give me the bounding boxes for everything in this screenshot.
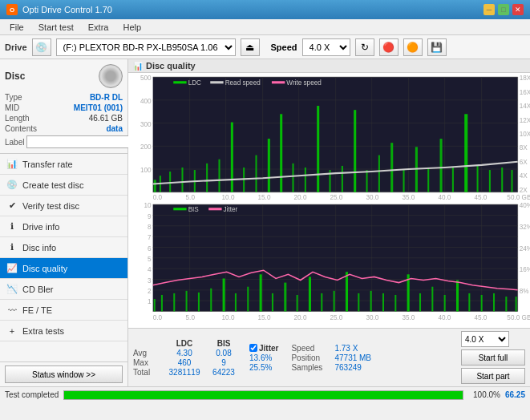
chart-header: 📊 Disc quality [128,59,530,73]
svg-rect-104 [210,289,212,312]
svg-rect-45 [501,168,503,192]
jitter-checkbox[interactable] [249,344,257,352]
status-window-button[interactable]: Status window >> [5,365,123,383]
speed-select[interactable]: 4.0 X [302,38,350,56]
svg-rect-32 [342,166,343,192]
disc-length-field: Length 46.61 GB [5,114,123,123]
settings-button1[interactable]: 🔴 [379,38,399,56]
nav-cd-bler[interactable]: 📉 CD Bler [0,279,127,300]
svg-rect-109 [272,293,273,312]
nav-transfer-rate[interactable]: 📊 Transfer rate [0,154,127,175]
svg-rect-105 [223,278,225,311]
svg-text:4: 4 [148,266,152,273]
svg-text:30.0: 30.0 [366,314,379,321]
nav-disc-info[interactable]: ℹ Disc info [0,237,127,258]
svg-rect-28 [292,164,293,192]
svg-text:10X: 10X [520,131,530,138]
nav-fe-te[interactable]: 〰 FE / TE [0,300,127,321]
disc-mid-field: MID MEIT01 (001) [5,103,123,112]
menu-file[interactable]: File [3,21,30,34]
svg-rect-100 [161,295,163,312]
svg-rect-39 [427,168,429,192]
app-icon: O [6,4,18,15]
svg-rect-112 [309,277,311,311]
refresh-button[interactable]: ↻ [355,38,374,56]
svg-text:40.0: 40.0 [438,194,451,201]
samples-value: 763249 [334,363,361,372]
svg-text:Jitter: Jitter [224,206,238,213]
action-buttons-area: 4.0 X Start full Start part [461,331,525,384]
close-button[interactable]: ✕ [512,4,524,15]
save-button[interactable]: 💾 [427,38,447,56]
nav-verify-test-disc[interactable]: ✔ Verify test disc [0,196,127,216]
svg-rect-34 [366,170,368,192]
window-controls: ─ □ ✕ [483,4,524,15]
svg-text:2: 2 [148,288,152,295]
nav-disc-quality[interactable]: 📈 Disc quality [0,258,127,279]
svg-rect-43 [477,166,479,192]
title-bar: O Opti Drive Control 1.70 ─ □ ✕ [0,0,530,19]
total-ldc: 3281119 [164,368,204,377]
svg-text:Read speed: Read speed [225,79,261,87]
disc-label-row: Label ✎ [5,135,123,148]
drive-select[interactable]: (F:) PLEXTOR BD-R PX-LB950SA 1.06 [56,38,236,56]
svg-rect-114 [334,291,335,312]
svg-text:40%: 40% [520,202,530,209]
menu-extra[interactable]: Extra [82,21,115,34]
svg-text:5.0: 5.0 [186,194,196,201]
settings-button2[interactable]: 🟠 [403,38,423,56]
svg-rect-40 [440,139,443,192]
drive-icon-button[interactable]: 💿 [32,38,51,56]
svg-rect-103 [198,293,200,312]
svg-text:8X: 8X [520,144,528,151]
progress-bar-fill [64,391,463,399]
minimize-button[interactable]: ─ [483,4,495,15]
svg-text:45.0: 45.0 [474,314,487,321]
eject-button[interactable]: ⏏ [241,38,260,56]
svg-text:25.0: 25.0 [330,314,343,321]
drive-label: Drive [5,42,27,52]
svg-rect-29 [305,168,306,192]
svg-text:5: 5 [148,256,152,263]
avg-ldc: 4.30 [164,349,204,357]
speed-select-stats[interactable]: 4.0 X [461,331,509,347]
svg-rect-36 [390,143,393,192]
extra-tests-icon: + [6,325,18,337]
svg-text:45.0: 45.0 [474,194,487,201]
svg-rect-158 [208,208,221,210]
start-full-button[interactable]: Start full [461,349,525,365]
charts-svg: 500 400 300 200 100 18X 16X 14X 12X 10X … [128,73,530,328]
svg-text:100: 100 [140,167,152,174]
menu-help[interactable]: Help [116,21,148,34]
svg-rect-113 [321,293,322,312]
svg-rect-33 [354,110,356,192]
svg-text:Write speed: Write speed [286,79,322,87]
disc-label-input[interactable] [26,135,133,148]
nav-create-test-disc[interactable]: 💿 Create test disc [0,175,127,196]
svg-text:30.0: 30.0 [366,194,379,201]
maximize-button[interactable]: □ [498,4,509,15]
start-part-button[interactable]: Start part [461,368,525,384]
svg-rect-106 [235,293,237,312]
avg-row: Avg 4.30 0.08 [133,349,240,357]
menu-start-test[interactable]: Start test [32,21,80,34]
nav-extra-tests[interactable]: + Extra tests [0,321,127,341]
drive-info-icon: ℹ [6,221,18,232]
svg-rect-99 [154,299,156,311]
svg-text:16X: 16X [520,89,530,96]
svg-rect-129 [516,297,517,311]
status-bar: Test completed 100.0% 66.25 [0,386,530,402]
svg-text:35.0: 35.0 [402,194,415,201]
total-row: Total 3281119 64223 [133,368,240,377]
transfer-rate-icon: 📊 [6,159,18,170]
svg-text:300: 300 [140,121,152,128]
svg-text:8: 8 [148,224,152,231]
svg-text:BIS: BIS [188,206,200,213]
toolbar: Drive 💿 (F:) PLEXTOR BD-R PX-LB950SA 1.0… [0,35,530,59]
svg-rect-126 [481,295,483,312]
disc-length-value: 46.61 GB [89,114,123,123]
nav-drive-info[interactable]: ℹ Drive info [0,216,127,237]
svg-rect-21 [206,164,208,192]
progress-bar-container [63,390,463,400]
svg-text:10.0: 10.0 [222,194,235,201]
